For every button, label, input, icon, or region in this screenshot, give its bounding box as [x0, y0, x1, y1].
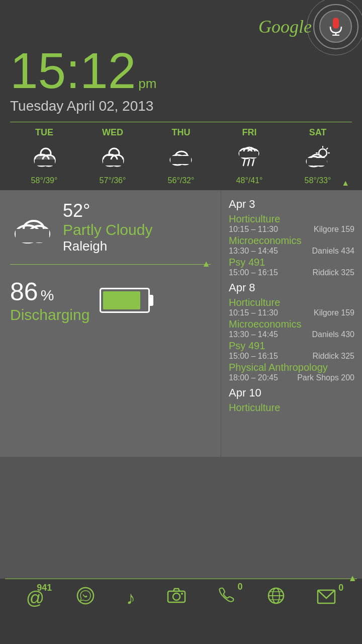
- calendar-event-hort1[interactable]: Horticulture 10:15 – 11:30 Kilgore 159: [229, 213, 354, 234]
- forecast-sat[interactable]: SAT 58°/33°: [284, 127, 352, 185]
- battery-percent-value: 86: [10, 277, 38, 306]
- forecast-tue-temp: 58°/39°: [31, 176, 58, 185]
- calendar-event-psy2[interactable]: Psy 491 15:00 – 16:15 Riddick 325: [229, 340, 354, 361]
- svg-rect-24: [239, 151, 258, 157]
- battery-icon-wrapper: [100, 288, 150, 313]
- calendar-panel: Apr 3 Horticulture 10:15 – 11:30 Kilgore…: [221, 190, 362, 457]
- time-display: 15:12 pm: [10, 45, 352, 96]
- dock-badge-mail: 0: [338, 583, 343, 593]
- forecast-thu[interactable]: THU 56°/32°: [147, 127, 215, 185]
- time-ampm: pm: [138, 76, 156, 92]
- top-section: Google 15:12 pm Tuesday April 02, 2013 T…: [0, 0, 362, 190]
- google-label[interactable]: Google: [258, 16, 312, 37]
- dock-item-phone[interactable]: 0: [218, 587, 235, 609]
- event-time-text-psy2: 15:00 – 16:15: [229, 352, 278, 361]
- svg-rect-9: [35, 159, 55, 166]
- svg-point-45: [173, 593, 180, 600]
- globe-icon: [267, 587, 285, 609]
- music-icon: ♪: [126, 588, 135, 609]
- mic-button[interactable]: [319, 10, 352, 43]
- dock-item-mail[interactable]: 0: [317, 588, 336, 609]
- svg-line-33: [326, 148, 328, 149]
- calendar-event-micro2[interactable]: Microeconomics 13:30 – 14:45 Daniels 430: [229, 318, 354, 339]
- svg-line-25: [243, 159, 245, 166]
- svg-line-27: [252, 159, 254, 166]
- svg-rect-16: [103, 159, 123, 166]
- event-time-psy1: 15:00 – 16:15 Riddick 325: [229, 268, 354, 277]
- forecast-tue-label: TUE: [35, 127, 53, 138]
- calendar-event-physanth[interactable]: Physical Anthropology 18:00 – 20:45 Park…: [229, 362, 354, 382]
- google-bar: Google: [10, 10, 352, 43]
- forecast-sat-label: SAT: [309, 127, 327, 138]
- calendar-event-micro1[interactable]: Microeconomics 13:30 – 14:45 Daniels 434: [229, 235, 354, 256]
- calendar-header-apr10: Apr 10: [229, 386, 354, 399]
- event-time-text-micro2: 13:30 – 14:45: [229, 330, 278, 339]
- current-condition: Partly Cloudy: [63, 221, 152, 238]
- forecast-wed-icon: [98, 142, 128, 172]
- current-location: Raleigh: [63, 238, 152, 254]
- current-temp: 52°: [63, 200, 152, 221]
- event-time-text-micro1: 13:30 – 14:45: [229, 247, 278, 256]
- forecast-expand-arrow[interactable]: ▲: [341, 179, 349, 188]
- event-time-text-hort1: 10:15 – 11:30: [229, 225, 278, 234]
- event-room-text-physanth: Park Shops 200: [297, 373, 354, 382]
- forecast-fri[interactable]: FRI 48°/41°: [215, 127, 284, 185]
- svg-line-26: [248, 159, 249, 166]
- battery-text: 86 % Discharging: [10, 277, 89, 324]
- forecast-fri-label: FRI: [242, 127, 257, 138]
- forecast-thu-icon: [166, 142, 196, 172]
- event-time-text-psy1: 15:00 – 16:15: [229, 268, 278, 277]
- calendar-event-hort3[interactable]: Horticulture: [229, 402, 354, 414]
- svg-rect-42: [16, 229, 49, 243]
- event-time-text-physanth: 18:00 – 20:45: [229, 373, 278, 382]
- svg-point-46: [181, 593, 183, 595]
- battery-percent-display: 86 %: [10, 277, 89, 306]
- dock-item-email[interactable]: 941 @: [26, 588, 45, 609]
- forecast-wed[interactable]: WED 57°/36°: [78, 127, 147, 185]
- forecast-thu-label: THU: [172, 127, 191, 138]
- mail-icon: [317, 588, 336, 609]
- battery-percent-symbol: %: [41, 287, 54, 304]
- forecast-tue[interactable]: TUE 58°/39°: [10, 127, 78, 185]
- event-time-text-hort2: 10:15 – 11:30: [229, 308, 278, 317]
- dock-badge-email: 941: [37, 583, 52, 593]
- camera-icon: [167, 587, 186, 609]
- calendar-header-apr8: Apr 8: [229, 281, 354, 294]
- event-time-psy2: 15:00 – 16:15 Riddick 325: [229, 352, 354, 361]
- weather-expand-arrow[interactable]: ▲: [202, 259, 211, 269]
- current-weather-info: 52° Partly Cloudy Raleigh: [63, 200, 152, 254]
- dock-badge-phone: 0: [238, 582, 243, 592]
- date-display: Tuesday April 02, 2013: [10, 98, 352, 114]
- left-panel: 52° Partly Cloudy Raleigh ▲ 86 % Dischar…: [0, 190, 221, 457]
- svg-point-43: [77, 588, 94, 604]
- event-title-micro1: Microeconomics: [229, 235, 354, 247]
- event-title-physanth: Physical Anthropology: [229, 362, 354, 373]
- dock-item-camera[interactable]: [167, 587, 186, 609]
- event-time-hort2: 10:15 – 11:30 Kilgore 159: [229, 308, 354, 317]
- forecast-thu-temp: 56°/32°: [168, 176, 195, 185]
- forecast-wed-label: WED: [102, 127, 123, 138]
- forecast-tue-icon: [29, 142, 59, 172]
- calendar-event-hort2[interactable]: Horticulture 10:15 – 11:30 Kilgore 159: [229, 297, 354, 317]
- bottom-expand-arrow[interactable]: ▲: [348, 573, 357, 584]
- event-room-text-micro2: Daniels 430: [312, 330, 355, 339]
- current-weather: 52° Partly Cloudy Raleigh: [10, 200, 211, 254]
- calendar-event-psy1[interactable]: Psy 491 15:00 – 16:15 Riddick 325: [229, 257, 354, 277]
- event-room-text-psy1: Riddick 325: [312, 268, 354, 277]
- event-title-hort3: Horticulture: [229, 402, 354, 414]
- event-title-micro2: Microeconomics: [229, 318, 354, 330]
- event-title-hort1: Horticulture: [229, 213, 354, 225]
- forecast-fri-temp: 48°/41°: [236, 176, 263, 185]
- forecast-sat-icon: [303, 142, 333, 172]
- whatsapp-icon: [76, 587, 95, 609]
- event-title-psy2: Psy 491: [229, 340, 354, 352]
- battery-icon: [100, 288, 150, 313]
- event-room-text-hort1: Kilgore 159: [314, 225, 354, 234]
- dock-item-browser[interactable]: [267, 587, 285, 609]
- forecast-sat-temp: 58°/33°: [305, 176, 331, 185]
- dock-item-whatsapp[interactable]: [76, 587, 95, 609]
- dock-item-music[interactable]: ♪: [126, 588, 135, 609]
- event-room-text-psy2: Riddick 325: [312, 352, 354, 361]
- weather-divider: ▲: [10, 264, 211, 265]
- forecast-fri-icon: [234, 142, 264, 172]
